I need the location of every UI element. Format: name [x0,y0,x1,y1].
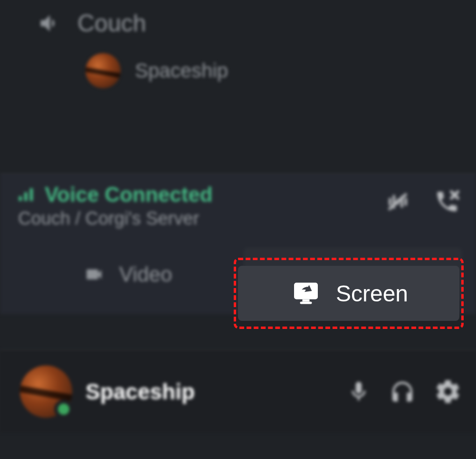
svg-rect-12 [302,300,309,302]
username[interactable]: Spaceship [86,379,333,404]
camera-icon [80,264,108,284]
headphones-icon[interactable] [388,378,417,405]
channel-name: Couch [77,9,146,37]
member-name: Spaceship [135,59,228,82]
svg-rect-7 [405,197,407,206]
microphone-icon[interactable] [347,377,371,406]
voice-channel[interactable]: Couch [0,0,476,47]
speaker-icon [36,11,64,36]
screen-button[interactable]: Screen [238,266,459,321]
svg-rect-0 [19,196,22,201]
svg-rect-2 [30,188,33,201]
video-button[interactable]: Video [17,248,235,301]
voice-subtitle: Couch / Corgi's Server [18,208,213,229]
user-footer: Spaceship [0,349,476,432]
avatar [86,53,121,88]
screen-share-icon [289,279,323,308]
video-label: Video [119,262,172,286]
svg-rect-13 [300,302,312,304]
voice-status-text: Voice Connected [45,183,213,206]
svg-rect-3 [389,197,391,206]
svg-rect-1 [24,192,28,201]
settings-icon[interactable] [434,378,462,405]
voice-status[interactable]: Voice Connected [17,183,213,206]
online-status-icon [54,400,73,419]
disconnect-icon[interactable] [432,188,462,215]
channel-member[interactable]: Spaceship [0,47,476,100]
screen-button-highlight: Screen [234,258,464,329]
signal-icon [17,185,36,204]
svg-line-8 [389,194,407,209]
screen-label: Screen [336,281,408,307]
user-avatar[interactable] [20,365,72,418]
noise-suppression-icon[interactable] [383,190,412,214]
